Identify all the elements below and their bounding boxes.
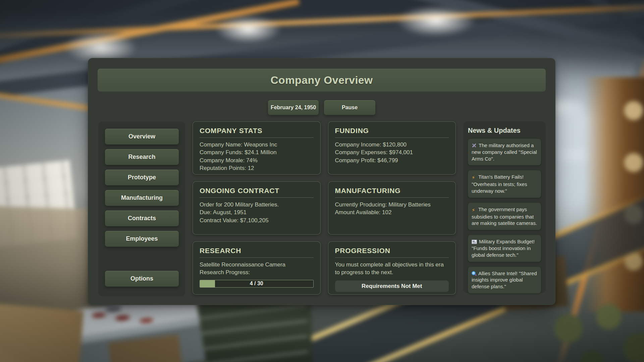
requirements-not-met-button[interactable]: Requirements Not Met xyxy=(335,281,449,292)
bg-ceiling-light xyxy=(215,15,282,44)
card-title: COMPANY STATS xyxy=(200,127,314,138)
date-button[interactable]: February 24, 1950 xyxy=(268,100,319,115)
progression-card: PROGRESSION You must complete all object… xyxy=(328,241,456,295)
card-body: Company Income: $120,800 Company Expense… xyxy=(335,141,449,164)
bg-tool-cabinet xyxy=(186,296,313,362)
sidebar-item-overview[interactable]: Overview xyxy=(105,129,179,144)
page-title: Company Overview xyxy=(271,74,373,86)
bg-crate xyxy=(0,303,84,362)
manufacturing-card: MANUFACTURING Currently Producing: Milit… xyxy=(328,181,456,235)
funding-card: FUNDING Company Income: $120,800 Company… xyxy=(328,121,456,175)
bg-ceiling-light xyxy=(396,5,476,37)
news-item: Allies Share Intel! "Shared insights imp… xyxy=(468,267,541,293)
news-item: Titan's Battery Fails! "Overheats in tes… xyxy=(468,170,541,197)
research-card: RESEARCH Satellite Reconnaissance Camera… xyxy=(193,241,321,295)
ongoing-contract-card: ONGOING CONTRACT Order for 200 Military … xyxy=(193,181,321,235)
news-text: Allies Share Intel! "Shared insights imp… xyxy=(472,270,537,290)
bg-right-shelf xyxy=(584,77,644,312)
research-progress-bar: 4 / 30 xyxy=(200,280,314,288)
progression-description: You must complete all objectives in this… xyxy=(335,261,449,277)
news-item: The government pays subsidies to compani… xyxy=(468,203,541,230)
sidebar-item-manufacturing[interactable]: Manufacturing xyxy=(105,190,179,206)
news-text: Military Expands Budget! "Funds boost in… xyxy=(472,239,535,258)
sidebar-item-contracts[interactable]: Contracts xyxy=(105,210,179,226)
news-text: Titan's Battery Fails! "Overheats in tes… xyxy=(472,174,527,194)
card-title: RESEARCH xyxy=(200,247,314,258)
stat-line: Reputation Points: 12 xyxy=(200,164,314,172)
stat-line: Order for 200 Military Batteries. xyxy=(200,201,314,208)
stat-line: Contract Value: $7,100,205 xyxy=(200,217,314,224)
sidebar-item-prototype[interactable]: Prototype xyxy=(105,170,179,185)
sidebar-spacer xyxy=(105,251,179,271)
card-body: Order for 200 Military Batteries. Due: A… xyxy=(200,201,314,224)
sidebar-item-research[interactable]: Research xyxy=(105,149,179,165)
cards-grid: COMPANY STATS Company Name: Weapons Inc … xyxy=(193,121,456,296)
news-panel: News & Updates The military authorised a… xyxy=(463,121,546,293)
stat-line: Currently Producing: Military Batteries xyxy=(335,201,449,208)
card-title: ONGOING CONTRACT xyxy=(200,187,314,198)
news-text: The military authorised a new company ca… xyxy=(472,142,537,162)
stat-line: Company Income: $120,800 xyxy=(335,141,449,148)
magnifying-glass-icon xyxy=(472,271,476,276)
stat-line: Amount Available: 102 xyxy=(335,208,449,216)
stat-line: Due: August, 1951 xyxy=(200,208,314,216)
research-item-name: Satellite Reconnaissance Camera xyxy=(200,261,314,268)
lightning-icon xyxy=(472,207,476,214)
company-stats-card: COMPANY STATS Company Name: Weapons Inc … xyxy=(193,121,321,175)
news-item: Military Expands Budget! "Funds boost in… xyxy=(468,235,541,261)
news-title: News & Updates xyxy=(468,127,541,134)
card-title: FUNDING xyxy=(335,127,449,138)
card-title: PROGRESSION xyxy=(335,247,449,258)
stat-line: Company Expenses: $974,001 xyxy=(335,148,449,156)
crossed-swords-icon xyxy=(472,143,477,148)
sidebar-item-options[interactable]: Options xyxy=(105,271,179,287)
card-body: You must complete all objectives in this… xyxy=(335,261,449,292)
card-body: Company Name: Weapons Inc Company Funds:… xyxy=(200,141,314,172)
top-buttons-row: February 24, 1950 Pause xyxy=(88,100,555,115)
content-row: Overview Research Prototype Manufacturin… xyxy=(98,121,546,296)
stat-line: Company Profit: $46,799 xyxy=(335,157,449,164)
card-body: Satellite Reconnaissance Camera Research… xyxy=(200,261,314,288)
sidebar: Overview Research Prototype Manufacturin… xyxy=(98,121,185,296)
title-bar: Company Overview xyxy=(98,69,546,92)
news-text: The government pays subsidies to compani… xyxy=(472,206,537,226)
stat-line: Company Morale: 74% xyxy=(200,157,314,164)
sidebar-item-employees[interactable]: Employees xyxy=(105,231,179,247)
card-body: Currently Producing: Military Batteries … xyxy=(335,201,449,217)
news-item: The military authorised a new company ca… xyxy=(468,139,541,165)
card-title: MANUFACTURING xyxy=(335,187,449,198)
newspaper-icon xyxy=(472,240,477,244)
stat-line: Company Name: Weapons Inc xyxy=(200,141,314,148)
research-progress-label: Research Progress: xyxy=(200,268,314,276)
stat-line: Company Funds: $24.1 Million xyxy=(200,148,314,156)
company-overview-panel: Company Overview February 24, 1950 Pause… xyxy=(88,58,555,305)
research-progress-value: 4 / 30 xyxy=(200,280,313,287)
pause-button[interactable]: Pause xyxy=(324,100,375,115)
lightning-icon xyxy=(472,174,476,181)
